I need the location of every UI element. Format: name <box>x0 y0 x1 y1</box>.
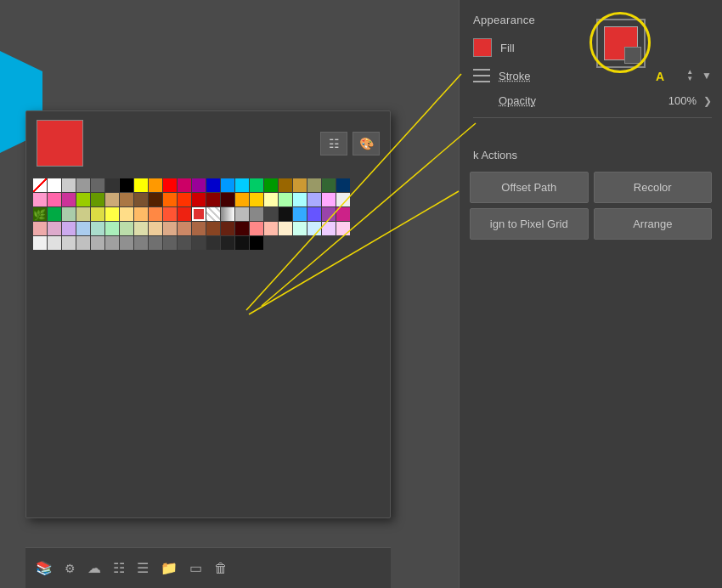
swatch-brightyellow[interactable] <box>105 207 119 221</box>
swatch-gradient1[interactable] <box>206 207 220 221</box>
arrange-button[interactable]: Arrange <box>594 208 713 240</box>
toolbar-settings-icon[interactable]: ⚙ <box>65 562 76 575</box>
stroke-chevron[interactable]: ▲ ▼ <box>686 69 693 82</box>
swatch-honeydew[interactable] <box>293 222 307 235</box>
toolbar-folder-icon[interactable]: 📁 <box>161 560 178 576</box>
swatch-green[interactable] <box>250 178 263 192</box>
swatch-crimson[interactable] <box>178 178 191 192</box>
swatch-g15[interactable] <box>235 236 249 250</box>
toolbar-list-icon[interactable]: ☰ <box>137 560 149 576</box>
swatch-fuchsia[interactable] <box>336 207 350 221</box>
swatch-thistle[interactable] <box>62 222 76 235</box>
swatch-violet[interactable] <box>307 207 321 221</box>
swatch-lavenderblush[interactable] <box>322 222 336 235</box>
current-color-swatch[interactable] <box>37 120 83 167</box>
swatch-lime[interactable] <box>76 193 90 206</box>
swatch-selected-red[interactable] <box>192 207 206 221</box>
swatch-brown[interactable] <box>279 178 292 192</box>
swatch-hotpink[interactable] <box>48 193 61 206</box>
swatch-g11[interactable] <box>178 236 191 250</box>
swatch-cyan[interactable] <box>235 178 249 192</box>
swatch-forestgreen[interactable] <box>322 178 336 192</box>
swatch-lightgray[interactable] <box>62 178 76 192</box>
opacity-expand[interactable]: ❯ <box>703 95 712 107</box>
swatch-g5[interactable] <box>91 236 104 250</box>
fill-color-swatch[interactable] <box>473 38 492 57</box>
swatch-plum[interactable] <box>322 207 336 221</box>
palette-btn[interactable]: 🎨 <box>353 132 380 155</box>
swatch-citron[interactable] <box>91 207 104 221</box>
swatch-medgray[interactable] <box>250 207 263 221</box>
swatch-charcoal[interactable] <box>264 207 278 221</box>
swatch-maroon[interactable] <box>206 193 220 206</box>
swatch-sepia[interactable] <box>221 222 234 235</box>
toolbar-library-icon[interactable]: 📚 <box>36 560 53 576</box>
swatch-lavender[interactable] <box>307 193 321 206</box>
swatch-khaki[interactable] <box>76 207 90 221</box>
swatch-buff[interactable] <box>149 222 162 235</box>
swatch-g6[interactable] <box>105 236 119 250</box>
swatch-gold[interactable] <box>250 193 263 206</box>
swatch-g7[interactable] <box>120 236 133 250</box>
swatch-sand[interactable] <box>163 222 177 235</box>
toolbar-cloud-icon[interactable]: ☁ <box>87 560 101 576</box>
swatch-aliceblue[interactable] <box>307 222 321 235</box>
swatch-mistyrose[interactable] <box>336 222 350 235</box>
swatch-tomato[interactable] <box>163 207 177 221</box>
swatch-navy[interactable] <box>336 178 350 192</box>
offset-path-button[interactable]: Offset Path <box>470 172 589 203</box>
swatch-darkorange[interactable] <box>163 193 177 206</box>
swatch-g9[interactable] <box>149 236 162 250</box>
toolbar-trash-icon[interactable]: 🗑 <box>214 561 228 576</box>
swatch-vdarkred[interactable] <box>221 193 234 206</box>
swatch-emerald[interactable] <box>48 207 61 221</box>
swatch-blue[interactable] <box>206 178 220 192</box>
swatch-apricot[interactable] <box>134 207 148 221</box>
swatch-lightyellow[interactable] <box>264 193 278 206</box>
swatch-silver[interactable] <box>235 207 249 221</box>
swatch-offwhite[interactable] <box>336 193 350 206</box>
swatch-salmon[interactable] <box>250 222 263 235</box>
swatch-g10[interactable] <box>163 236 177 250</box>
swatch-darkred[interactable] <box>192 193 206 206</box>
swatch-g14[interactable] <box>221 236 234 250</box>
swatch-black[interactable] <box>120 178 133 192</box>
swatch-g13[interactable] <box>206 236 220 250</box>
swatch-coral[interactable] <box>149 207 162 221</box>
align-pixel-button[interactable]: ign to Pixel Grid <box>470 208 589 240</box>
swatch-magenta[interactable] <box>62 193 76 206</box>
swatch-olive[interactable] <box>307 178 321 192</box>
swatch-gradient2[interactable] <box>221 207 234 221</box>
swatch-amber[interactable] <box>235 193 249 206</box>
swatch-wheat[interactable] <box>105 193 119 206</box>
swatch-g4[interactable] <box>76 236 90 250</box>
swatch-aqua[interactable] <box>91 222 104 235</box>
swatch-melon[interactable] <box>264 222 278 235</box>
swatch-terracotta[interactable] <box>178 222 191 235</box>
swatch-g16[interactable] <box>250 236 263 250</box>
swatch-mint[interactable] <box>105 222 119 235</box>
swatch-g2[interactable] <box>48 236 61 250</box>
swatch-nearblack[interactable] <box>279 207 292 221</box>
grid-view-btn[interactable]: ☷ <box>320 132 347 155</box>
swatch-g12[interactable] <box>192 236 206 250</box>
swatch-pink[interactable] <box>33 193 47 206</box>
swatch-rust[interactable] <box>192 222 206 235</box>
recolor-button[interactable]: Recolor <box>594 172 713 203</box>
toolbar-layers-icon[interactable]: ▭ <box>189 560 202 576</box>
swatch-sienna[interactable] <box>120 193 133 206</box>
swatch-chocolate[interactable] <box>134 193 148 206</box>
swatch-pattern1[interactable] <box>33 207 47 221</box>
swatch-yellow[interactable] <box>134 178 148 192</box>
swatch-yellowgreen[interactable] <box>91 193 104 206</box>
swatch-verydark[interactable] <box>105 178 119 192</box>
swatch-none[interactable] <box>33 178 47 192</box>
swatch-gray[interactable] <box>76 178 90 192</box>
swatch-lightgreen[interactable] <box>279 193 292 206</box>
swatch-red[interactable] <box>163 178 177 192</box>
toolbar-grid-icon[interactable]: ☷ <box>113 560 125 576</box>
swatch-lightcyan[interactable] <box>293 193 307 206</box>
swatch-bisque[interactable] <box>279 222 292 235</box>
swatch-sage[interactable] <box>62 207 76 221</box>
swatch-pistachio[interactable] <box>120 222 133 235</box>
